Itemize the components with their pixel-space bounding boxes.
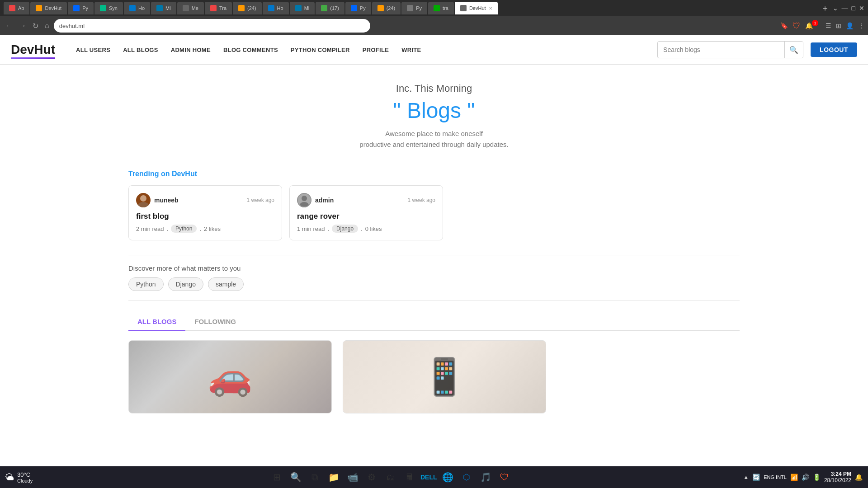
browser-tab[interactable]: DevHut <box>30 2 67 14</box>
browser-tab[interactable]: Mi <box>290 2 315 14</box>
minimize-button[interactable]: — <box>842 5 848 12</box>
logo[interactable]: DevHut <box>11 42 55 57</box>
discover-tags: Python Django sample <box>128 277 740 291</box>
discover-tag-django[interactable]: Django <box>168 277 203 291</box>
tag: Python <box>171 225 197 233</box>
profile-icon[interactable]: 👤 <box>846 22 854 29</box>
blog-card-image <box>129 341 331 413</box>
browser-tab[interactable]: Py <box>345 2 371 14</box>
discover-tag-sample[interactable]: sample <box>208 277 244 291</box>
sidebar-icon[interactable]: ☰ <box>826 22 831 29</box>
site-header: DevHut ALL USERS ALL BLOGS ADMIN HOME BL… <box>0 35 868 65</box>
trending-card[interactable]: muneeb 1 week ago first blog 2 min read … <box>128 185 282 240</box>
main-content: Inc. This Morning " Blogs " Awesome plac… <box>118 65 750 413</box>
hero-section: Inc. This Morning " Blogs " Awesome plac… <box>128 65 740 159</box>
trending-card[interactable]: admin 1 week ago range rover 1 min read … <box>289 185 443 240</box>
browser-tab[interactable]: Ho <box>263 2 289 14</box>
card-title: first blog <box>136 212 274 221</box>
browser-tab[interactable]: Ab <box>4 2 29 14</box>
notification-badge: 1 <box>812 20 818 26</box>
browser-tab[interactable]: Me <box>177 2 204 14</box>
svg-point-1 <box>138 202 149 207</box>
search-input[interactable] <box>658 46 784 53</box>
blog-card[interactable] <box>128 340 332 413</box>
bookmark-icon[interactable]: 🔖 <box>780 22 788 29</box>
maximize-button[interactable]: □ <box>852 5 855 12</box>
browser-tab[interactable]: Tra <box>205 2 232 14</box>
search-button[interactable]: 🔍 <box>784 42 803 58</box>
back-button[interactable]: ← <box>4 20 14 32</box>
browser-tab[interactable]: (17) <box>316 2 344 14</box>
avatar <box>136 193 151 207</box>
hero-description: Awesome place to make oneself productive… <box>128 128 740 150</box>
discover-title: Discover more of what matters to you <box>128 264 740 272</box>
hero-subtitle: Inc. This Morning <box>128 83 740 94</box>
nav-all-blogs[interactable]: ALL BLOGS <box>117 47 165 53</box>
logout-button[interactable]: LOGOUT <box>811 42 857 57</box>
tag: Django <box>332 225 358 233</box>
card-title: range rover <box>297 212 435 221</box>
trending-title: Trending on DevHut <box>128 170 740 178</box>
browser-tab[interactable]: Py <box>401 2 427 14</box>
browser-tab[interactable]: Ho <box>124 2 150 14</box>
svg-point-3 <box>302 196 307 201</box>
blog-cards <box>128 340 740 413</box>
notification-icon[interactable]: 🔔 1 <box>805 22 821 30</box>
nav-admin-home[interactable]: ADMIN HOME <box>165 47 217 53</box>
author-name: admin <box>315 197 334 204</box>
browser-tab-active[interactable]: DevHut ✕ <box>455 2 498 14</box>
browser-tab[interactable]: Py <box>68 2 94 14</box>
url-display: devhut.ml <box>59 23 85 29</box>
nav-write[interactable]: WRITE <box>395 47 427 53</box>
discover-section: Discover more of what matters to you Pyt… <box>128 255 740 300</box>
card-author: admin <box>297 193 334 207</box>
svg-point-0 <box>140 195 146 202</box>
card-time: 1 week ago <box>247 197 274 203</box>
browser-tab[interactable]: Syn <box>94 2 123 14</box>
tab-all-blogs[interactable]: ALL BLOGS <box>128 313 185 331</box>
nav-all-users[interactable]: ALL USERS <box>70 47 117 53</box>
card-author: muneeb <box>136 193 179 207</box>
card-meta: 2 min read . Python . 2 likes <box>136 225 274 233</box>
avatar <box>297 193 311 207</box>
brave-shield-icon[interactable]: 🛡 <box>793 21 801 31</box>
discover-tag-python[interactable]: Python <box>128 277 164 291</box>
tab-manager-icon[interactable]: ⊞ <box>836 22 841 29</box>
card-header: admin 1 week ago <box>297 193 435 207</box>
main-nav: ALL USERS ALL BLOGS ADMIN HOME BLOG COMM… <box>70 47 428 53</box>
forward-button[interactable]: → <box>17 20 28 32</box>
card-header: muneeb 1 week ago <box>136 193 274 207</box>
card-meta: 1 min read . Django . 0 likes <box>297 225 435 233</box>
browser-tab[interactable]: Mi <box>151 2 176 14</box>
browser-tab[interactable]: tra <box>428 2 454 14</box>
address-bar[interactable]: devhut.ml <box>54 19 370 33</box>
browser-tab[interactable]: (24) <box>372 2 401 14</box>
nav-python-compiler[interactable]: PYTHON COMPILER <box>284 47 356 53</box>
author-name: muneeb <box>154 197 179 204</box>
blog-card[interactable] <box>343 340 546 413</box>
search-box: 🔍 <box>657 41 803 58</box>
blog-card-image <box>343 341 546 413</box>
nav-profile[interactable]: PROFILE <box>356 47 395 53</box>
search-container: 🔍 LOGOUT <box>657 41 857 58</box>
browser-tab[interactable]: (24) <box>233 2 262 14</box>
tab-following[interactable]: FOLLOWING <box>185 313 245 331</box>
blog-tabs: ALL BLOGS FOLLOWING <box>128 313 740 331</box>
close-window-button[interactable]: ✕ <box>859 5 864 12</box>
hero-title: " Blogs " <box>128 98 740 123</box>
menu-icon[interactable]: ⋮ <box>858 22 864 29</box>
reload-button[interactable]: ↻ <box>31 20 40 32</box>
trending-cards: muneeb 1 week ago first blog 2 min read … <box>128 185 740 240</box>
card-time: 1 week ago <box>408 197 435 203</box>
home-button[interactable]: ⌂ <box>43 20 51 32</box>
new-tab-button[interactable]: ＋ <box>821 3 829 14</box>
nav-blog-comments[interactable]: BLOG COMMENTS <box>217 47 284 53</box>
close-icon[interactable]: ✕ <box>489 6 492 11</box>
tab-list-button[interactable]: ⌄ <box>833 5 838 12</box>
